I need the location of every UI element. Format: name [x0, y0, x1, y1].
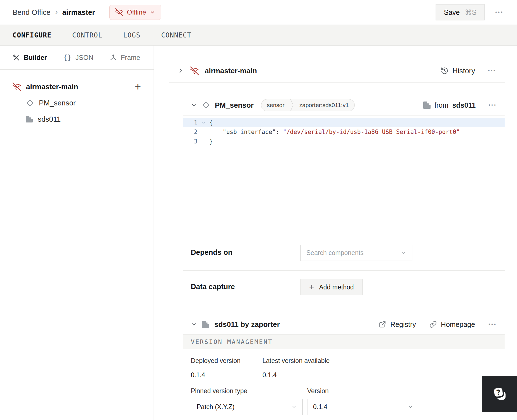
- history-button[interactable]: History: [441, 67, 475, 75]
- chevron-down-icon[interactable]: [191, 321, 197, 327]
- registry-label: Registry: [390, 320, 416, 329]
- depends-on-select[interactable]: Search components: [300, 245, 412, 261]
- registry-link[interactable]: Registry: [379, 320, 416, 329]
- tree-item-pm-sensor[interactable]: PM_sensor: [13, 95, 141, 111]
- tree-item-machine[interactable]: airmaster-main +: [13, 79, 141, 95]
- depends-on-placeholder: Search components: [306, 249, 364, 257]
- breadcrumb-machine: airmaster: [62, 8, 95, 17]
- module-card-header: sds011 by zaporter Registry: [183, 314, 505, 334]
- depends-on-row: Depends on Search components: [183, 236, 505, 270]
- link-icon: [429, 321, 437, 328]
- code-json-string-value: "/dev/serial/by-id/usb-1a86_USB_Serial-i…: [283, 129, 460, 135]
- add-method-button[interactable]: + Add method: [300, 279, 363, 295]
- line-number: 3: [183, 138, 198, 145]
- more-icon[interactable]: •••: [488, 322, 497, 327]
- wifi-off-icon: [13, 82, 21, 91]
- component-tree: airmaster-main + PM_sensor sds011: [0, 70, 154, 136]
- machine-card: airmaster-main History •••: [169, 59, 505, 82]
- more-icon[interactable]: •••: [488, 102, 497, 108]
- attributes-json-editor[interactable]: 1 { 2 "usb_interface": "/dev/serial/by-i…: [183, 115, 505, 236]
- code-text: }: [209, 138, 213, 145]
- view-json[interactable]: {} JSON: [63, 53, 93, 62]
- chevron-down-icon[interactable]: [191, 102, 197, 108]
- homepage-link[interactable]: Homepage: [429, 320, 475, 329]
- tree-machine-label: airmaster-main: [26, 82, 78, 91]
- code-json-key: "usb_interface":: [223, 129, 279, 135]
- pinned-version-type-value: Patch (X.Y.Z): [197, 403, 234, 411]
- help-button[interactable]: ?: [482, 376, 517, 412]
- deployed-version-value: 0.1.4: [191, 371, 262, 379]
- external-link-icon: [379, 321, 386, 328]
- version-select[interactable]: 0.1.4: [307, 399, 419, 415]
- deployed-version-label: Deployed version: [191, 357, 262, 365]
- plus-icon: +: [309, 283, 314, 291]
- code-line-1: 1 {: [183, 118, 505, 127]
- main-tab-bar: CONFIGURE CONTROL LOGS CONNECT: [0, 25, 517, 46]
- version-field: Version 0.1.4: [307, 387, 419, 415]
- help-icon: ?: [490, 385, 509, 403]
- view-builder[interactable]: Builder: [13, 54, 47, 62]
- tree-sds011-label: sds011: [38, 115, 61, 124]
- breadcrumb-location[interactable]: Bend Office: [13, 8, 50, 17]
- machine-status-dropdown[interactable]: Offline: [109, 5, 161, 20]
- badge-divider: [290, 99, 294, 111]
- from-module-link[interactable]: from sds011: [423, 101, 476, 109]
- view-builder-label: Builder: [24, 54, 47, 62]
- tree-item-sds011[interactable]: sds011: [13, 111, 141, 127]
- tab-connect[interactable]: CONNECT: [161, 31, 191, 39]
- tab-logs[interactable]: LOGS: [123, 31, 140, 39]
- save-button-label: Save: [444, 8, 460, 16]
- version-management-section-title: VERSION MANAGEMENT: [183, 334, 505, 349]
- latest-version: Latest version available 0.1.4: [262, 357, 330, 379]
- chevron-right-icon[interactable]: [177, 67, 184, 74]
- axes-icon: [110, 54, 117, 61]
- deployed-version: Deployed version 0.1.4: [191, 357, 262, 379]
- from-module-name: sds011: [452, 101, 476, 109]
- chevron-down-icon: [408, 404, 413, 410]
- version-value: 0.1.4: [313, 403, 327, 411]
- latest-version-value: 0.1.4: [262, 371, 330, 379]
- module-icon: [26, 116, 33, 122]
- module-title: sds011 by zaporter: [214, 320, 280, 329]
- code-line-2: 2 "usb_interface": "/dev/serial/by-id/us…: [183, 127, 505, 137]
- view-frame[interactable]: Frame: [110, 54, 140, 62]
- component-type-badge: sensor zaporter:sds011:v1: [261, 99, 355, 111]
- line-number: 2: [183, 129, 198, 135]
- chevron-down-icon: [401, 250, 406, 256]
- main-panel: airmaster-main History •••: [154, 46, 517, 420]
- version-label: Version: [307, 387, 419, 395]
- add-component-button[interactable]: +: [135, 81, 141, 92]
- version-management-body: Deployed version 0.1.4 Latest version av…: [183, 349, 505, 420]
- tab-control[interactable]: CONTROL: [72, 31, 102, 39]
- pinned-version-type-select[interactable]: Patch (X.Y.Z): [191, 399, 303, 415]
- save-button[interactable]: Save ⌘S: [436, 4, 485, 20]
- status-badge-label: Offline: [127, 8, 146, 16]
- topbar-actions: Save ⌘S •••: [436, 4, 504, 20]
- chevron-right-icon: ›: [55, 8, 58, 17]
- view-json-label: JSON: [76, 54, 93, 62]
- breadcrumb: Bend Office › airmaster: [13, 8, 95, 17]
- view-frame-label: Frame: [121, 54, 140, 62]
- chevron-down-icon: [150, 10, 155, 15]
- badge-model: zaporter:sds011:v1: [294, 99, 354, 111]
- data-capture-label: Data capture: [191, 279, 300, 291]
- wifi-off-icon: [115, 8, 123, 16]
- fold-toggle-icon[interactable]: [198, 121, 209, 125]
- braces-icon: {}: [63, 53, 72, 62]
- more-icon[interactable]: •••: [488, 68, 496, 74]
- history-icon: [441, 67, 448, 75]
- machine-part-title: airmaster-main: [205, 67, 257, 75]
- sidebar: Builder {} JSON Frame: [0, 46, 154, 420]
- wifi-off-icon: [190, 67, 199, 75]
- module-icon: [202, 321, 209, 328]
- badge-type: sensor: [261, 99, 290, 111]
- diamond-icon: [202, 101, 210, 109]
- save-shortcut: ⌘S: [465, 8, 476, 16]
- tools-icon: [13, 54, 20, 61]
- from-prefix: from: [434, 101, 448, 109]
- latest-version-label: Latest version available: [262, 357, 330, 365]
- add-method-label: Add method: [319, 284, 354, 291]
- component-title: PM_sensor: [215, 101, 254, 110]
- tab-configure[interactable]: CONFIGURE: [13, 31, 51, 39]
- more-icon[interactable]: •••: [495, 10, 504, 15]
